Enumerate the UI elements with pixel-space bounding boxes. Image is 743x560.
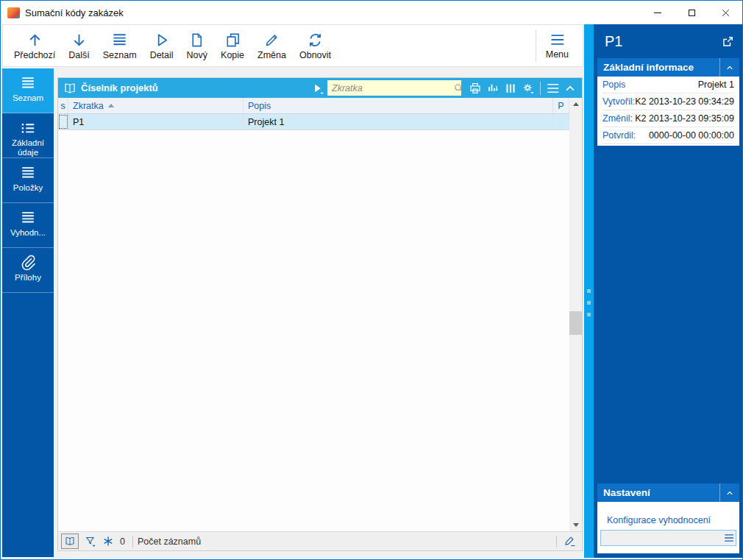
list-icon [19, 75, 37, 91]
chart-icon[interactable] [486, 82, 500, 95]
vertical-scrollbar[interactable] [569, 98, 582, 531]
table-row[interactable]: P1 Projekt 1 [58, 114, 582, 130]
sort-asc-icon [108, 104, 114, 107]
record-title: P1 [605, 33, 622, 50]
table-header: s Zkratka Popis P [58, 98, 582, 114]
config-label: Konfigurace vyhodnocení [597, 502, 739, 525]
copy-button[interactable]: Kopie [214, 26, 251, 65]
settings-fields: Konfigurace vyhodnocení [597, 502, 739, 553]
row-selector-cell[interactable] [58, 114, 68, 130]
right-panel: P1 Základní informace Popis Projekt 1 Vy… [594, 24, 742, 558]
toolbar: Předchozí Další Seznam Detail Nový Kopie… [2, 24, 583, 67]
sidebar-item-polozky[interactable]: Položky [2, 158, 54, 203]
field-vytvoril: Vytvořil: K2 2013-10-23 09:34:29 [602, 93, 734, 110]
list-icon [19, 210, 37, 226]
collapse-section-button[interactable] [719, 483, 739, 502]
menu-icon [547, 32, 566, 47]
table-menu-icon[interactable] [546, 82, 559, 95]
settings-header[interactable]: Nastavení [597, 483, 739, 502]
pencil-icon [263, 32, 280, 49]
gear-icon[interactable] [522, 82, 535, 95]
arrow-down-icon [71, 32, 88, 49]
new-document-icon [188, 32, 205, 49]
basic-info-section: Základní informace Popis Projekt 1 Vytvo… [597, 58, 739, 146]
scroll-up-button[interactable] [569, 98, 582, 110]
window-title: Sumační kódy zakázek [25, 7, 124, 18]
scroll-down-button[interactable] [569, 519, 582, 531]
next-button[interactable]: Další [62, 26, 96, 65]
splitter-handle[interactable] [587, 289, 591, 316]
collapse-chevron-icon[interactable] [564, 82, 577, 95]
row-cell-popis[interactable]: Projekt 1 [243, 114, 553, 130]
sidebar-item-vyhodnoceni[interactable]: Vyhodn... [2, 203, 54, 248]
chevron-up-icon [725, 489, 735, 497]
table-title: Číselník projektů [81, 82, 158, 93]
copy-icon [224, 32, 241, 49]
row-cell-p[interactable] [553, 114, 569, 130]
filter-icon[interactable] [84, 535, 97, 547]
new-button[interactable]: Nový [180, 26, 214, 65]
menu-button[interactable]: Menu [536, 26, 578, 65]
arrow-up-icon [26, 32, 43, 49]
app-window: Sumační kódy zakázek Předchozí Další Sez… [0, 0, 743, 560]
settings-section: Nastavení Konfigurace vyhodnocení [597, 483, 739, 553]
refresh-button[interactable]: Obnovit [293, 26, 338, 65]
edit-button[interactable]: Změna [251, 26, 293, 65]
open-external-icon[interactable] [721, 35, 735, 49]
detail-list-icon [19, 120, 37, 136]
asterisk-icon[interactable] [102, 535, 115, 547]
search-icon [453, 82, 465, 94]
table-status-bar: 0 Počet záznamů [58, 531, 582, 550]
book-icon [63, 82, 77, 95]
list-button[interactable]: Seznam [96, 26, 143, 65]
play-outline-icon [153, 32, 170, 49]
columns-icon[interactable] [504, 82, 517, 95]
column-header-zkratka[interactable]: Zkratka [68, 98, 243, 113]
config-menu-icon[interactable] [722, 533, 735, 543]
basic-info-fields: Popis Projekt 1 Vytvořil: K2 2013-10-23 … [597, 77, 739, 146]
config-input[interactable] [601, 533, 722, 543]
collapse-section-button[interactable] [719, 58, 739, 77]
list-icon [111, 32, 128, 49]
edit-pencil-icon[interactable] [564, 535, 577, 547]
column-header-selector[interactable]: s [58, 98, 68, 113]
sidebar-item-zakladni-udaje[interactable]: Základní údaje [2, 113, 54, 158]
panel-splitter[interactable] [584, 24, 594, 558]
app-logo-icon [7, 7, 20, 18]
chevron-up-icon [725, 63, 735, 72]
print-icon[interactable] [469, 82, 482, 95]
record-count-label: Počet záznamů [138, 536, 201, 547]
book-icon [64, 536, 76, 547]
record-header: P1 [594, 24, 742, 58]
previous-button[interactable]: Předchozí [7, 26, 62, 65]
window-controls [641, 1, 742, 24]
table-title-bar: Číselník projektů [58, 78, 582, 98]
detail-button[interactable]: Detail [143, 26, 180, 65]
field-popis: Popis Projekt 1 [602, 77, 734, 93]
sidebar-item-prilohy[interactable]: Přílohy [2, 248, 54, 293]
config-input-wrap [600, 530, 736, 546]
column-header-popis[interactable]: Popis [243, 98, 553, 113]
maximize-button[interactable] [675, 1, 708, 24]
close-button[interactable] [708, 1, 742, 24]
refresh-icon [307, 32, 324, 49]
row-cell-zkratka[interactable]: P1 [68, 114, 243, 130]
run-filter-icon[interactable] [311, 82, 324, 95]
search-box [327, 80, 461, 96]
column-header-p[interactable]: P [553, 98, 569, 113]
scrollbar-thumb[interactable] [569, 311, 582, 335]
frozen-count: 0 [120, 536, 125, 547]
paperclip-icon [19, 255, 37, 271]
title-separator [540, 82, 541, 95]
table-content: s Zkratka Popis P P1 Projekt 1 [58, 98, 582, 531]
field-potvrdil: Potvrdil: 0000-00-00 00:00:00 [602, 127, 734, 144]
list-icon [19, 165, 37, 181]
search-input[interactable] [327, 80, 453, 96]
sidebar: Seznam Základní údaje Položky Vyhodn... … [2, 68, 54, 557]
minimize-button[interactable] [641, 1, 675, 24]
book-view-button[interactable] [61, 534, 79, 549]
table-panel: Číselník projektů s Zkratka Popis P [57, 77, 583, 551]
field-zmenil: Změnil: K2 2013-10-23 09:35:09 [602, 110, 734, 127]
basic-info-header[interactable]: Základní informace [597, 58, 739, 77]
sidebar-item-seznam[interactable]: Seznam [2, 68, 54, 113]
